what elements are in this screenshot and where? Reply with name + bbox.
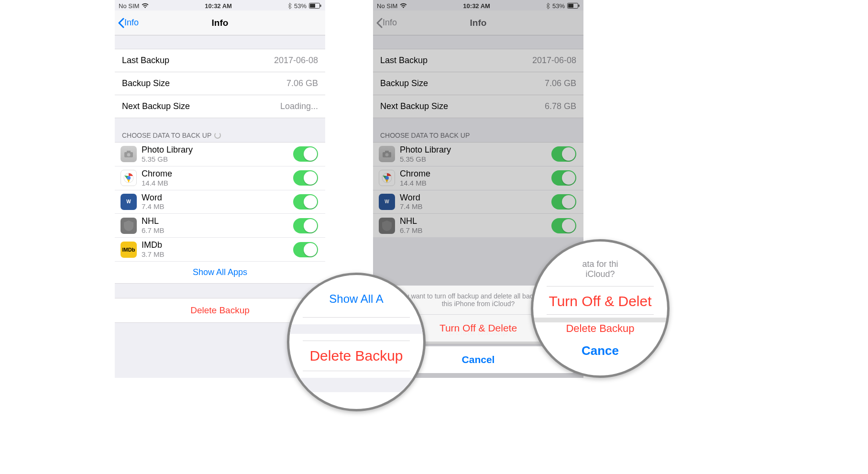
app-row-nhl: NHL 6.7 MB <box>115 213 325 237</box>
last-backup-row: Last Backup 2017-06-08 <box>373 49 583 72</box>
app-name: Chrome <box>400 169 547 179</box>
bluetooth-icon <box>288 3 292 9</box>
app-row-nhl: NHL 6.7 MB <box>373 213 583 237</box>
app-size: 5.35 GB <box>142 155 288 163</box>
svg-rect-2 <box>320 5 321 7</box>
app-name: Word <box>400 193 547 203</box>
row-value: 7.06 GB <box>545 78 576 88</box>
battery-pct: 53% <box>552 2 565 10</box>
nav-title: Info <box>115 18 325 28</box>
magnifier-main-text: Delete Backup <box>309 348 403 364</box>
photos-icon <box>121 146 137 162</box>
battery-pct: 53% <box>294 2 307 10</box>
svg-point-5 <box>127 153 131 156</box>
app-name: IMDb <box>142 241 288 250</box>
status-bar: No SIM 10:32 AM 53% <box>373 0 583 11</box>
word-icon: W <box>121 194 137 210</box>
app-size: 7.4 MB <box>400 202 547 210</box>
backup-size-row: Backup Size 7.06 GB <box>373 72 583 95</box>
next-backup-size-row: Next Backup Size Loading... <box>115 95 325 118</box>
toggle-switch[interactable] <box>293 170 318 186</box>
show-all-apps-button[interactable]: Show All Apps <box>115 261 325 284</box>
app-size: 14.4 MB <box>142 179 288 187</box>
app-size: 6.7 MB <box>400 226 547 234</box>
wifi-icon <box>400 3 407 9</box>
row-value: Loading... <box>280 101 318 111</box>
app-list: Photo Library 5.35 GB Chrome 14.4 MB W W… <box>373 142 583 237</box>
svg-rect-10 <box>578 5 579 7</box>
toggle-switch[interactable] <box>293 242 318 257</box>
svg-point-13 <box>385 153 389 156</box>
toggle-switch <box>551 170 576 186</box>
toggle-switch <box>551 218 576 233</box>
app-row-photo-library: Photo Library 5.35 GB <box>115 142 325 166</box>
app-size: 7.4 MB <box>142 202 288 210</box>
nhl-icon <box>379 218 395 234</box>
toggle-switch[interactable] <box>293 194 318 209</box>
row-label: Backup Size <box>380 78 428 88</box>
app-size: 6.7 MB <box>142 226 288 234</box>
imdb-icon: IMDb <box>121 242 137 258</box>
nav-title: Info <box>373 18 583 28</box>
wifi-icon <box>142 3 149 9</box>
last-backup-row: Last Backup 2017-06-08 <box>115 49 325 72</box>
row-value: 6.78 GB <box>545 101 576 111</box>
section-header: CHOOSE DATA TO BACK UP <box>115 128 325 142</box>
mag-frag: ata for thi <box>582 259 618 269</box>
app-row-photo-library: Photo Library 5.35 GB <box>373 142 583 166</box>
magnifier-cancel-text: Cance <box>582 343 619 358</box>
toggle-switch[interactable] <box>293 146 318 162</box>
word-icon: W <box>379 194 395 210</box>
nhl-icon <box>121 218 137 234</box>
row-label: Next Backup Size <box>380 101 448 111</box>
row-value: 2017-06-08 <box>274 55 318 66</box>
svg-rect-9 <box>568 4 573 8</box>
carrier-text: No SIM <box>119 2 139 10</box>
toggle-switch <box>551 194 576 209</box>
app-row-chrome: Chrome 14.4 MB <box>373 166 583 190</box>
app-row-word: W Word 7.4 MB <box>373 190 583 214</box>
section-header-text: CHOOSE DATA TO BACK UP <box>380 132 470 139</box>
row-label: Next Backup Size <box>122 101 190 111</box>
spinner-icon <box>214 132 221 139</box>
row-value: 7.06 GB <box>286 78 318 88</box>
app-list: Photo Library 5.35 GB Chrome 14.4 MB W W… <box>115 142 325 284</box>
battery-icon <box>309 3 321 9</box>
backup-info-section: Last Backup 2017-06-08 Backup Size 7.06 … <box>115 49 325 118</box>
toggle-switch[interactable] <box>293 218 318 233</box>
status-bar: No SIM 10:32 AM 53% <box>115 0 325 11</box>
app-name: Photo Library <box>400 145 547 155</box>
app-name: Photo Library <box>142 145 288 155</box>
chrome-icon <box>121 170 137 186</box>
status-time: 10:32 AM <box>205 2 232 10</box>
mag-frag: iCloud? <box>585 269 615 279</box>
magnifier-strike-text: Delete Backup <box>566 322 634 335</box>
svg-rect-12 <box>385 151 389 153</box>
app-size: 3.7 MB <box>142 250 288 258</box>
section-header: CHOOSE DATA TO BACK UP <box>373 128 583 142</box>
battery-icon <box>567 3 580 9</box>
app-size: 5.35 GB <box>400 155 547 163</box>
magnifier-left: Show All A Delete Backup <box>287 273 426 411</box>
status-time: 10:32 AM <box>463 2 490 10</box>
row-label: Backup Size <box>122 78 170 88</box>
toggle-switch <box>551 146 576 162</box>
section-header-text: CHOOSE DATA TO BACK UP <box>122 132 211 139</box>
app-row-word: W Word 7.4 MB <box>115 190 325 214</box>
row-label: Last Backup <box>380 55 428 66</box>
app-name: Word <box>142 193 288 203</box>
row-label: Last Backup <box>122 55 169 66</box>
next-backup-size-row: Next Backup Size 6.78 GB <box>373 95 583 118</box>
row-value: 2017-06-08 <box>532 55 576 66</box>
svg-rect-1 <box>310 4 315 8</box>
magnifier-main-text: Turn Off & Delet <box>549 293 651 309</box>
magnifier-top-frag: Show All A <box>329 292 383 306</box>
app-row-imdb: IMDb IMDb 3.7 MB <box>115 237 325 261</box>
backup-info-section: Last Backup 2017-06-08 Backup Size 7.06 … <box>373 49 583 118</box>
carrier-text: No SIM <box>377 2 397 10</box>
nav-bar: Info Info <box>373 11 583 35</box>
bluetooth-icon <box>546 3 550 9</box>
nav-bar: Info Info <box>115 11 325 35</box>
app-name: NHL <box>400 217 547 226</box>
app-row-chrome: Chrome 14.4 MB <box>115 166 325 190</box>
